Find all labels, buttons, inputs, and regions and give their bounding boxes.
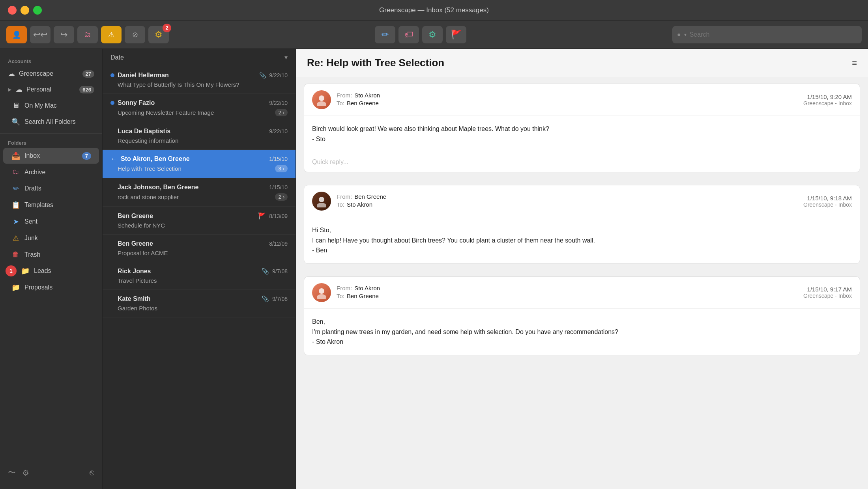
list-item[interactable]: Luca De Baptistis 9/22/10 Requesting inf… (103, 122, 296, 150)
to-name: Ben Greene (347, 293, 379, 299)
message-subject: rock and stone supplier 2› (110, 193, 288, 201)
message-date: 9/7/08 (272, 296, 288, 302)
leads-icon: 📁 (21, 267, 30, 275)
forward-button[interactable]: ↪ (54, 26, 74, 43)
compose-button[interactable]: ✏ (375, 26, 395, 43)
greenscape-icon: ☁ (8, 69, 15, 78)
email-time: 1/15/10, 9:17 AM (803, 286, 852, 293)
email-time: 1/15/10, 9:20 AM (803, 93, 852, 100)
title-bar: Greenscape — Inbox (52 messages) (0, 0, 868, 21)
email-header: From: Sto Akron To: Ben Greene 1/15/10, … (304, 277, 860, 309)
message-subject: What Type of Butterfly Is This On My Flo… (110, 81, 288, 88)
search-all-icon: 🔍 (11, 118, 21, 126)
list-item[interactable]: Ben Greene 🚩 8/13/09 Schedule for NYC (103, 207, 296, 235)
count-badge: 2 (278, 110, 281, 116)
sidebar-item-proposals[interactable]: 📁 Proposals (3, 280, 99, 295)
message-subject: Upcoming Newsletter Feature Image 2› (110, 109, 288, 116)
avatar (312, 90, 331, 109)
on-my-mac-label: On My Mac (24, 102, 91, 109)
leads-wrapper: 📁 Leads 1 (0, 263, 102, 279)
more-menu-icon[interactable]: ≡ (852, 58, 857, 68)
email-card: From: Sto Akron To: Ben Greene 1/15/10, … (304, 276, 860, 355)
sidebar-item-junk[interactable]: ⚠ Junk (3, 230, 99, 246)
sidebar-item-search-all[interactable]: 🔍 Search All Folders (3, 114, 99, 130)
minimize-button[interactable] (21, 6, 29, 15)
list-item[interactable]: Daniel Hellerman 📎 9/22/10 What Type of … (103, 66, 296, 94)
svg-point-3 (317, 203, 326, 207)
list-item[interactable]: Jack Johnson, Ben Greene 1/15/10 rock an… (103, 178, 296, 207)
search-icon: ● (677, 31, 681, 38)
traffic-lights (8, 6, 42, 15)
svg-point-5 (317, 294, 326, 299)
email-account: Greenscape - Inbox (803, 293, 852, 299)
email-timestamp: 1/15/10, 9:20 AM Greenscape - Inbox (803, 93, 852, 106)
list-item[interactable]: Kate Smith 📎 9/7/08 Garden Photos (103, 290, 296, 317)
to-label: To: (337, 293, 344, 299)
chevron-icon: › (283, 110, 284, 116)
attachment-icon: 📎 (262, 268, 269, 275)
to-name: Ben Greene (347, 100, 379, 106)
sidebar-item-templates[interactable]: 📋 Templates (3, 197, 99, 213)
tag-button[interactable]: 🏷 (398, 26, 419, 43)
search-input[interactable] (690, 31, 857, 38)
close-button[interactable] (8, 6, 17, 15)
list-item[interactable]: Ben Greene 8/12/09 Proposal for ACME (103, 235, 296, 262)
window-title: Greenscape — Inbox (52 messages) (379, 6, 489, 14)
message-sender: Ben Greene (118, 213, 255, 220)
reply-all-button[interactable]: ↩↩ (30, 26, 51, 43)
archive-button[interactable]: 🗂 (77, 26, 98, 43)
from-name: Sto Akron (354, 92, 380, 99)
message-subject: Help with Tree Selection 3› (110, 165, 288, 172)
signout-button[interactable]: ⎋ (90, 468, 94, 477)
sidebar-item-on-my-mac[interactable]: 🖥 On My Mac (3, 98, 99, 113)
sent-icon: ➤ (11, 217, 21, 226)
svg-point-0 (319, 95, 324, 101)
sort-chevron-icon[interactable]: ▾ (284, 54, 288, 61)
forward-icon: ↪ (60, 30, 67, 40)
activity-button[interactable]: 〜 (8, 467, 16, 478)
email-body: Hi Sto, I can help! Have you thought abo… (304, 217, 860, 263)
flag-button[interactable]: 🚩 (446, 26, 466, 43)
account-button[interactable]: 👤 (6, 26, 27, 43)
chevron-icon: › (283, 194, 284, 200)
sidebar-item-drafts[interactable]: ✏ Drafts (3, 181, 99, 196)
message-sender: Daniel Hellerman (118, 72, 256, 79)
message-list: Date ▾ Daniel Hellerman 📎 9/22/10 What T… (103, 49, 296, 489)
templates-icon: 📋 (11, 201, 21, 209)
trash-label: Trash (24, 251, 91, 258)
search-chevron-icon: ▾ (684, 32, 687, 37)
delete-button[interactable]: ⊘ (125, 26, 145, 43)
message-date: 9/7/08 (272, 268, 288, 274)
rules-button[interactable]: ⚙ (422, 26, 443, 43)
junk-icon: ⚠ (108, 30, 114, 39)
sidebar-item-greenscape[interactable]: ☁ Greenscape 27 (0, 66, 102, 82)
message-sender: Kate Smith (118, 295, 258, 302)
junk-button[interactable]: ⚠ (101, 26, 122, 43)
from-label: From: (337, 285, 352, 291)
email-meta: From: Sto Akron To: Ben Greene (337, 92, 798, 108)
to-name: Sto Akron (347, 201, 372, 208)
quick-reply-field[interactable]: Quick reply... (304, 152, 860, 172)
message-sender: Sto Akron, Ben Greene (121, 155, 266, 162)
search-area[interactable]: ● ▾ (672, 26, 862, 43)
list-item[interactable]: Sonny Fazio 9/22/10 Upcoming Newsletter … (103, 94, 296, 122)
reply-all-icon: ↩↩ (33, 30, 47, 40)
to-label: To: (337, 201, 344, 208)
sidebar-item-sent[interactable]: ➤ Sent (3, 214, 99, 230)
reply-icon: ← (110, 155, 117, 162)
sidebar-item-archive[interactable]: 🗂 Archive (3, 164, 99, 180)
message-subject: Travel Pictures (110, 277, 288, 284)
sidebar-item-trash[interactable]: 🗑 Trash (3, 247, 99, 262)
list-item[interactable]: Rick Jones 📎 9/7/08 Travel Pictures (103, 262, 296, 290)
inbox-badge: 7 (82, 152, 91, 160)
sidebar: Accounts ☁ Greenscape 27 ▶ ☁ Personal 62… (0, 49, 103, 489)
filter-button[interactable]: ⚙ (22, 468, 29, 478)
sidebar-item-leads[interactable]: 📁 Leads (3, 263, 99, 279)
toolbar: 👤 ↩↩ ↪ 🗂 ⚠ ⊘ ⚙ 2 ✏ 🏷 ⚙ 🚩 ● ▾ (0, 21, 868, 49)
list-item[interactable]: ← Sto Akron, Ben Greene 1/15/10 Help wit… (103, 150, 296, 178)
sidebar-item-personal[interactable]: ▶ ☁ Personal 626 (0, 82, 102, 97)
maximize-button[interactable] (33, 6, 42, 15)
sidebar-item-inbox[interactable]: 📥 Inbox 7 (3, 148, 99, 164)
message-sender: Rick Jones (118, 268, 258, 275)
folders-label: Folders (0, 137, 102, 147)
